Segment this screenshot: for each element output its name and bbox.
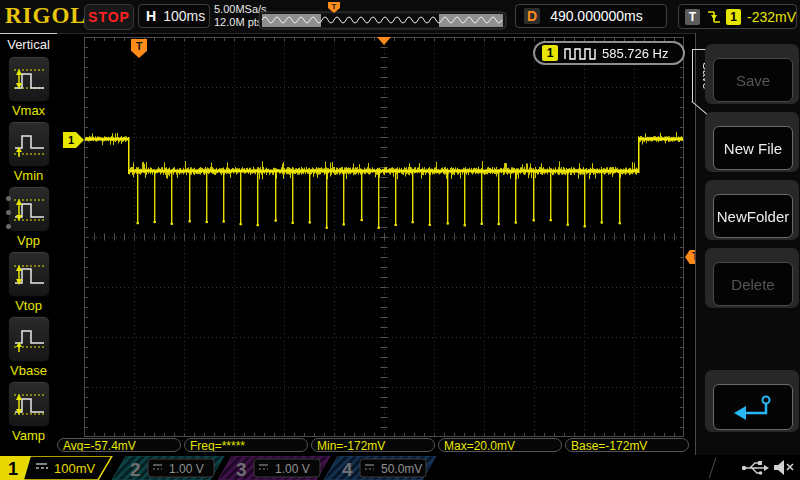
measurement-base: Base=-172mV — [565, 438, 689, 452]
save-button[interactable]: Save — [713, 58, 793, 102]
vbase-icon — [12, 325, 46, 353]
channel1-level-marker: 1 — [63, 132, 84, 148]
channel4-scale: 50.0mV — [381, 462, 422, 476]
svg-text:T: T — [332, 2, 337, 11]
trigger-source-badge: 1 — [726, 9, 741, 25]
vtop-icon — [12, 260, 46, 288]
freq-counter-value: 585.726 Hz — [602, 46, 669, 61]
waveform-display — [84, 37, 684, 437]
rigol-logo: RIGOL — [5, 3, 87, 29]
sidebar-item-vamp[interactable]: Vamp — [0, 381, 57, 446]
sidebar-item-vtop[interactable]: Vtop — [0, 251, 57, 316]
channel2-number: 2 — [130, 459, 141, 480]
falling-edge-icon — [706, 8, 721, 25]
menu-page-dots — [6, 196, 11, 229]
horizontal-timebase-box: H 100ms — [138, 4, 210, 28]
trigger-label: T — [685, 9, 700, 25]
oscilloscope-screen: RIGOL STOP H 100ms 5.00MSa/s 12.0M pts T… — [0, 0, 800, 480]
status-separator — [709, 457, 717, 478]
trigger-level-value: -232mV — [747, 9, 796, 25]
run-state-badge: STOP — [84, 4, 134, 30]
usb-icon — [740, 458, 770, 478]
measurement-min: Min=-172mV — [311, 438, 435, 452]
vmax-icon — [12, 65, 46, 93]
channel1-scale: 100mV — [54, 461, 96, 476]
menu-plate: Save — [705, 44, 799, 104]
channel3-block[interactable]: 3 1.00 V — [218, 456, 332, 480]
new-folder-button[interactable]: NewFolder — [713, 194, 793, 238]
measure-category-title: Vertical — [0, 34, 57, 56]
sidebar-item-vmin[interactable]: Vmin — [0, 121, 57, 186]
measurement-avg: Avg=-57.4mV — [57, 438, 181, 452]
channel4-number: 4 — [342, 459, 353, 480]
return-arrow-icon — [727, 393, 779, 421]
soft-menu: Save Save New File NewFolder Delete — [695, 33, 800, 455]
channel1-number: 1 — [8, 459, 18, 479]
measurement-freq: Freq=***** — [184, 438, 308, 452]
delay-position-marker — [377, 37, 391, 45]
freq-counter-channel-badge: 1 — [542, 45, 558, 61]
top-status-bar: RIGOL STOP H 100ms 5.00MSa/s 12.0M pts T… — [0, 0, 800, 34]
menu-plate: New File — [705, 112, 799, 172]
delete-button[interactable]: Delete — [713, 262, 793, 306]
h-label: H — [146, 8, 156, 24]
delay-value: 490.000000ms — [550, 8, 643, 24]
measurement-results-bar: Avg=-57.4mV Freq=***** Min=-172mV Max=20… — [57, 438, 689, 452]
square-wave-icon — [564, 47, 596, 60]
d-label: D — [524, 8, 540, 24]
return-button[interactable] — [713, 384, 793, 430]
memory-bar-window — [321, 14, 439, 27]
frequency-counter: 1 585.726 Hz — [533, 41, 685, 65]
channel3-scale: 1.00 V — [275, 462, 310, 476]
speaker-muted-icon — [772, 457, 796, 478]
channel1-block[interactable]: 1 100mV — [0, 456, 114, 480]
channel4-block[interactable]: 4 50.0mV — [324, 456, 438, 480]
memory-trigger-flag: T — [328, 2, 340, 13]
channel2-scale: 1.00 V — [169, 462, 204, 476]
graticule-area — [84, 37, 684, 437]
new-file-button[interactable]: New File — [713, 126, 793, 170]
channel3-number: 3 — [236, 459, 247, 480]
memory-position-bar: T — [258, 1, 508, 32]
timebase-value: 100ms — [163, 8, 205, 24]
delay-box: D 490.000000ms — [515, 4, 667, 28]
sidebar-item-vmax[interactable]: Vmax — [0, 56, 57, 121]
sidebar-item-vbase[interactable]: Vbase — [0, 316, 57, 381]
trigger-box: T 1 -232mV — [678, 4, 797, 29]
menu-plate — [705, 370, 799, 432]
vpp-icon — [12, 195, 46, 223]
vamp-icon — [12, 390, 46, 418]
measurement-max: Max=20.0mV — [438, 438, 562, 452]
menu-plate: Delete — [705, 248, 799, 308]
channel2-block[interactable]: 2 1.00 V — [112, 456, 226, 480]
menu-plate: NewFolder — [705, 180, 799, 240]
channel-status-bar: 1 100mV 2 1.00 V 3 — [0, 455, 800, 480]
measure-sidebar: Vertical Vmax Vmin — [0, 33, 57, 456]
vmin-icon — [12, 130, 46, 158]
